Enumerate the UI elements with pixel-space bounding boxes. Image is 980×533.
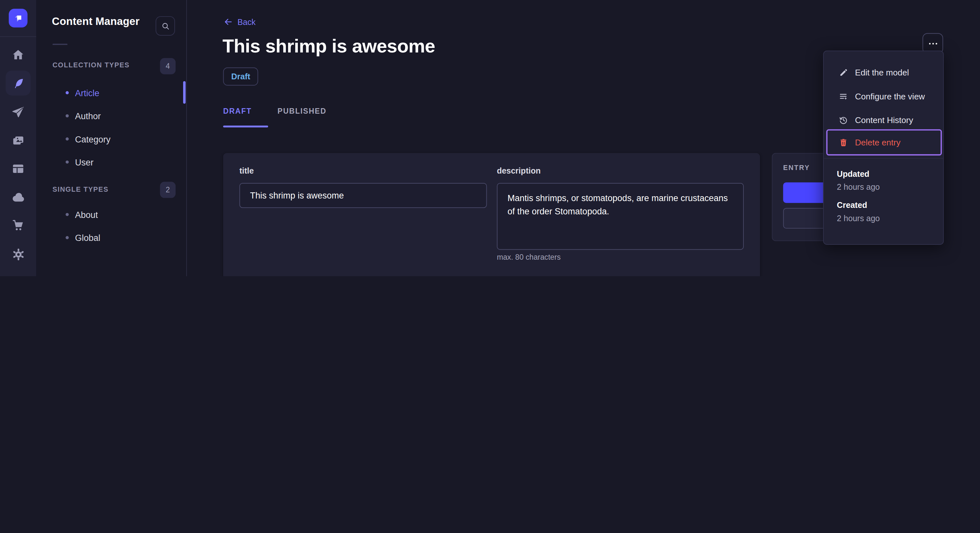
title-input[interactable]: This shrimp is awesome: [240, 183, 487, 208]
ellipsis-icon: [927, 38, 939, 49]
collection-types-count-badge: 4: [160, 58, 176, 74]
sidebar-item-category[interactable]: Category: [36, 127, 186, 150]
pencil-icon: [839, 68, 848, 77]
content-manager-feather-icon[interactable]: [5, 71, 30, 95]
sidebar-item-global[interactable]: Global: [36, 226, 186, 249]
bullet-icon: [66, 160, 69, 164]
delete-entry-focus-ring: [826, 129, 942, 155]
description-textarea[interactable]: Mantis shrimps, or stomatopods, are mari…: [497, 183, 744, 250]
nav-rail: KD: [0, 0, 37, 276]
more-actions-menu: Edit the model Configure the view Conten…: [823, 51, 944, 245]
strapi-logo-icon: [12, 12, 25, 25]
menu-item-label: Edit the model: [855, 68, 909, 77]
section-single-types: SINGLE TYPES: [52, 186, 108, 193]
sidebar-item-article[interactable]: Article: [36, 81, 186, 104]
updated-value: 2 hours ago: [837, 182, 880, 192]
bullet-icon: [66, 114, 69, 117]
strapi-logo[interactable]: [9, 9, 27, 27]
sidebar-item-label: Author: [75, 111, 101, 121]
bullet-icon: [66, 91, 69, 95]
menu-divider: [824, 158, 943, 159]
sidebar-item-about[interactable]: About: [36, 203, 186, 226]
menu-item-label: Configure the view: [855, 92, 925, 101]
deploy-cloud-icon[interactable]: [0, 187, 36, 208]
tab-draft[interactable]: DRAFT: [223, 107, 252, 116]
created-value: 2 hours ago: [837, 214, 880, 223]
menu-item-configure-view[interactable]: Configure the view: [824, 84, 944, 108]
search-icon: [161, 22, 170, 30]
menu-item-content-history[interactable]: Content History: [824, 108, 944, 132]
section-collection-types: COLLECTION TYPES: [52, 61, 130, 69]
active-item-indicator: [183, 81, 186, 104]
sidebar-item-label: About: [75, 209, 98, 219]
entry-panel-title: ENTRY: [783, 163, 810, 171]
status-badge: Draft: [223, 67, 259, 86]
description-helper-text: max. 80 characters: [497, 253, 561, 262]
content-type-builder-icon[interactable]: [0, 158, 36, 179]
settings-gear-icon[interactable]: [0, 244, 36, 265]
sidebar-divider: [52, 44, 67, 45]
sidebar-item-label: Article: [75, 88, 99, 98]
sidebar-item-label: Category: [75, 134, 110, 144]
media-library-icon[interactable]: [0, 130, 36, 151]
sidebar-item-author[interactable]: Author: [36, 104, 186, 127]
search-button[interactable]: [156, 16, 175, 36]
sidebar-item-user[interactable]: User: [36, 151, 186, 174]
bullet-icon: [66, 137, 69, 141]
slug-field-label: slug: [240, 276, 256, 276]
tab-published[interactable]: PUBLISHED: [277, 107, 326, 116]
history-clock-icon: [839, 115, 848, 125]
content-manager-sidebar: Content Manager COLLECTION TYPES 4 Artic…: [36, 0, 187, 276]
rail-divider: [0, 36, 36, 37]
active-tab-underline: [223, 125, 268, 128]
back-label: Back: [237, 17, 256, 27]
description-field-label: description: [497, 166, 541, 176]
updated-label: Updated: [837, 169, 869, 179]
edit-form-card: title This shrimp is awesome description…: [223, 153, 760, 276]
sidebar-item-label: Global: [75, 233, 100, 243]
marketplace-cart-icon[interactable]: [0, 215, 36, 236]
cover-field-label: cover: [497, 276, 519, 276]
configure-list-icon: [839, 92, 848, 101]
back-arrow-icon: [223, 17, 233, 27]
single-types-count-badge: 2: [160, 182, 176, 198]
bullet-icon: [66, 236, 69, 239]
back-link[interactable]: Back: [223, 17, 256, 27]
title-field-label: title: [240, 166, 254, 176]
menu-item-label: Content History: [855, 115, 913, 125]
strapi-admin: KD Content Manager COLLECTION TYPES 4 Ar…: [0, 0, 980, 276]
created-label: Created: [837, 200, 867, 210]
menu-item-edit-model[interactable]: Edit the model: [824, 60, 944, 84]
page-title: This shrimp is awesome: [223, 36, 435, 57]
bullet-icon: [66, 213, 69, 216]
releases-plane-icon[interactable]: [0, 102, 36, 123]
sidebar-item-label: User: [75, 157, 93, 167]
sidebar-title: Content Manager: [52, 16, 140, 28]
home-icon[interactable]: [0, 44, 36, 66]
